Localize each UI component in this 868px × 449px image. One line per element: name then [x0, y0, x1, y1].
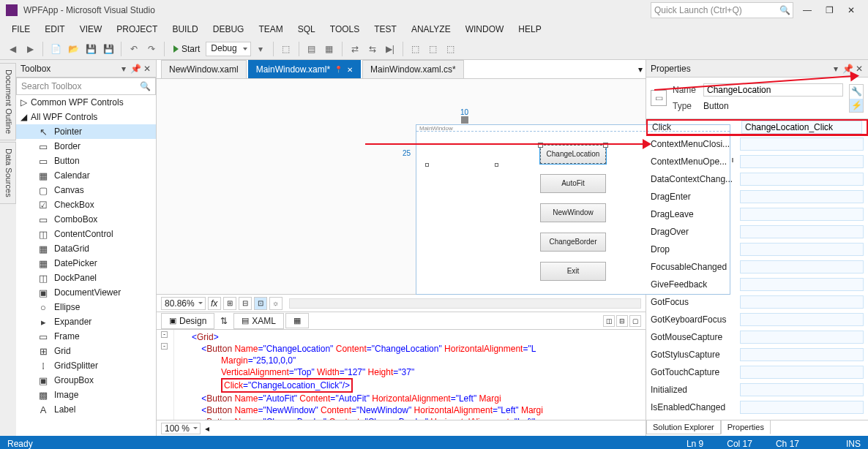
open-file-button[interactable]: 📂 — [65, 41, 81, 57]
toolbox-item-pointer[interactable]: ↖Pointer — [16, 124, 156, 139]
menu-debug[interactable]: DEBUG — [206, 21, 252, 37]
snap-button[interactable]: ⊡ — [254, 297, 267, 310]
toolbox-item-button[interactable]: ▭Button — [16, 154, 156, 168]
design-btn-autofit[interactable]: AutoFit — [540, 174, 606, 193]
toolbar-btn-6[interactable]: ▶| — [382, 41, 398, 57]
swap-panes-button[interactable]: ⇅ — [216, 314, 232, 328]
toolbar-btn-4[interactable]: ⇄ — [347, 41, 363, 57]
config-more-icon[interactable]: ▾ — [252, 41, 269, 57]
dropdown-icon[interactable]: ▾ — [831, 64, 840, 73]
toolbar-btn-8[interactable]: ⬚ — [425, 41, 441, 57]
toolbox-item-combobox[interactable]: ▭ComboBox — [16, 212, 156, 227]
design-btn-newwindow[interactable]: NewWindow — [540, 203, 606, 222]
resize-handle-icon[interactable] — [425, 163, 429, 167]
toolbar-btn-1[interactable]: ⬚ — [278, 41, 294, 57]
tab-solution-explorer[interactable]: Solution Explorer — [646, 420, 721, 434]
event-handler-input[interactable] — [740, 137, 864, 151]
tab-data-sources[interactable]: Data Sources — [0, 142, 16, 204]
restore-button[interactable]: ❐ — [818, 2, 840, 18]
grid-button-1[interactable]: ⊞ — [223, 297, 236, 310]
ruler-handle-icon[interactable] — [461, 116, 468, 124]
xaml-editor[interactable]: - - <Grid> <Button Name="ChangeLocation"… — [157, 330, 646, 420]
design-btn-exit[interactable]: Exit — [540, 262, 606, 281]
toolbox-item-grid[interactable]: ⊞Grid — [16, 344, 156, 358]
pin-icon[interactable]: 📌 — [843, 64, 852, 73]
toolbar-btn-3[interactable]: ▦ — [321, 41, 337, 57]
start-debug-button[interactable]: Start — [169, 41, 204, 57]
toolbox-item-datepicker[interactable]: ▦DatePicker — [16, 256, 156, 271]
menu-analyze[interactable]: ANALYZE — [404, 21, 458, 37]
tab-document-outline[interactable]: Document Outline — [0, 63, 16, 140]
close-button[interactable]: ✕ — [840, 2, 862, 18]
event-handler-input[interactable] — [740, 331, 864, 344]
event-handler-input[interactable] — [740, 208, 864, 221]
menu-tools[interactable]: TOOLS — [323, 21, 367, 37]
toolbox-item-gridsplitter[interactable]: ⁞GridSplitter — [16, 358, 156, 373]
quick-launch-input[interactable]: Quick Launch (Ctrl+Q) 🔍 — [651, 2, 793, 18]
menu-test[interactable]: TEST — [367, 21, 404, 37]
menu-help[interactable]: HELP — [511, 21, 548, 37]
toolbox-item-datagrid[interactable]: ▦DataGrid — [16, 241, 156, 256]
minimize-button[interactable]: — — [796, 2, 818, 18]
menu-sql[interactable]: SQL — [291, 21, 323, 37]
pin-icon[interactable]: 📌 — [131, 64, 140, 73]
effects-button[interactable]: ☼ — [269, 297, 283, 310]
nav-back-button[interactable]: ◀ — [4, 41, 20, 57]
event-handler-input[interactable] — [740, 225, 864, 238]
toolbar-btn-7[interactable]: ⬚ — [408, 41, 424, 57]
event-handler-input[interactable] — [740, 295, 864, 309]
event-handler-input[interactable] — [741, 121, 862, 134]
pin-icon[interactable]: 📍 — [334, 66, 343, 73]
expand-pane-button[interactable]: ▢ — [629, 315, 641, 327]
events-icon[interactable]: ⚡ — [850, 99, 863, 112]
fx-button[interactable]: fx — [208, 297, 221, 310]
split-vertical-button[interactable]: ◫ — [603, 315, 615, 327]
design-btn-changelocation[interactable]: ChangeLocation — [540, 145, 606, 164]
menu-team[interactable]: TEAM — [251, 21, 290, 37]
undo-button[interactable]: ↶ — [126, 41, 142, 57]
toolbox-item-image[interactable]: ▩Image — [16, 388, 156, 402]
toolbar-btn-9[interactable]: ⬚ — [443, 41, 459, 57]
close-icon[interactable]: ✕ — [855, 64, 864, 73]
editor-zoom-combo[interactable]: 100 % — [161, 423, 201, 434]
tab-properties[interactable]: Properties — [721, 420, 771, 434]
wrench-icon[interactable]: 🔧 — [850, 85, 863, 98]
save-button[interactable]: 💾 — [83, 41, 99, 57]
collapse-icon[interactable]: - — [161, 343, 168, 350]
toolbar-btn-2[interactable]: ▤ — [304, 41, 320, 57]
menu-view[interactable]: VIEW — [72, 21, 110, 37]
menu-project[interactable]: PROJECT — [109, 21, 165, 37]
toolbox-item-expander[interactable]: ▸Expander — [16, 314, 156, 329]
new-project-button[interactable]: 📄 — [48, 41, 64, 57]
toolbar-btn-5[interactable]: ⇆ — [364, 41, 381, 57]
collapse-icon[interactable]: - — [161, 331, 168, 338]
close-icon[interactable]: ✕ — [347, 66, 353, 74]
close-icon[interactable]: ✕ — [143, 64, 151, 73]
doc-tab-newwindow[interactable]: NewWindow.xaml — [161, 60, 247, 78]
resize-handle-icon[interactable] — [495, 163, 498, 167]
toolbox-item-canvas[interactable]: ▢Canvas — [16, 183, 156, 197]
toolbox-item-border[interactable]: ▭Border — [16, 139, 156, 154]
nav-forward-button[interactable]: ▶ — [22, 41, 38, 57]
event-handler-input[interactable] — [740, 260, 864, 273]
design-btn-changeborder[interactable]: ChangeBorder — [540, 233, 606, 252]
toolbox-item-ellipse[interactable]: ○Ellipse — [16, 300, 156, 314]
toolbox-item-documentviewer[interactable]: ▣DocumentViewer — [16, 285, 156, 300]
toolbox-item-label[interactable]: ALabel — [16, 402, 156, 417]
dropdown-icon[interactable]: ▾ — [119, 64, 128, 73]
save-all-button[interactable]: 💾 — [100, 41, 116, 57]
menu-edit[interactable]: EDIT — [37, 21, 72, 37]
event-handler-input[interactable] — [740, 190, 864, 203]
redo-button[interactable]: ↷ — [143, 41, 160, 57]
toolbox-item-checkbox[interactable]: ☑CheckBox — [16, 197, 156, 212]
event-handler-input[interactable] — [740, 348, 864, 361]
config-combo[interactable]: Debug — [206, 42, 250, 56]
toolbox-item-frame[interactable]: ▭Frame — [16, 329, 156, 344]
tabs-dropdown-icon[interactable]: ▾ — [638, 64, 643, 75]
design-tab[interactable]: ▣ Design — [161, 313, 214, 329]
toolbox-item-calendar[interactable]: ▦Calendar — [16, 168, 156, 183]
toolbox-search-input[interactable]: Search Toolbox 🔍 — [16, 78, 156, 95]
event-handler-input[interactable] — [740, 383, 864, 396]
zoom-combo[interactable]: 80.86% — [161, 297, 206, 310]
menu-build[interactable]: BUILD — [165, 21, 205, 37]
